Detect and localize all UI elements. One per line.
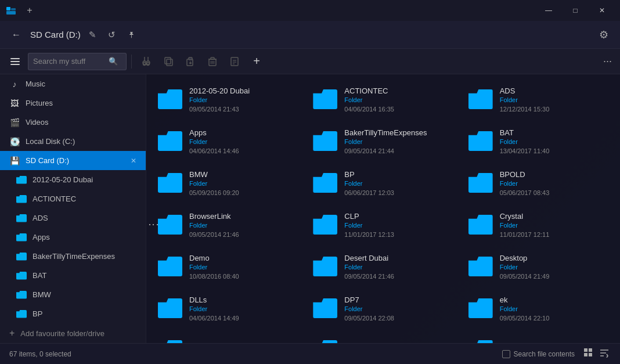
sidebar-item-actiontec[interactable]: ACTIONTEC — [0, 189, 146, 208]
grid-item-browserlink[interactable]: ⋮BrowserLinkFolder09/05/2014 21:46 — [151, 204, 305, 245]
grid-item-bakertillytimeexpenses[interactable]: BakerTillyTimeExpensesFolder09/05/2014 2… — [306, 121, 460, 161]
new-item-button[interactable]: + — [247, 52, 266, 71]
rename-button[interactable] — [225, 52, 244, 71]
grid-item-bpold[interactable]: BPOLDFolder05/06/2017 08:43 — [462, 163, 615, 203]
refresh-button[interactable]: ↺ — [104, 27, 119, 42]
svg-rect-0 — [6, 7, 10, 10]
grid-item-bmw[interactable]: BMWFolder05/09/2016 09:20 — [151, 163, 305, 203]
sidebar-item-apps[interactable]: Apps — [0, 228, 146, 247]
item-date: 05/09/2016 09:20 — [189, 189, 239, 196]
item-name: CLP — [344, 212, 394, 221]
sidebar-item-bmw[interactable]: BMW — [0, 285, 146, 304]
item-date: 09/05/2014 21:46 — [189, 231, 239, 238]
item-info: BPFolder06/06/2017 12:03 — [344, 170, 394, 196]
sort-button[interactable] — [598, 347, 611, 361]
sidebar-close-button[interactable]: ✕ — [131, 157, 136, 165]
grid-item-bat[interactable]: BATFolder13/04/2017 11:40 — [462, 121, 615, 161]
maximize-button[interactable]: □ — [562, 0, 589, 21]
sidebar-item-videos[interactable]: 🎬 Videos — [0, 113, 146, 132]
search-contents-checkbox[interactable]: Search file contents — [502, 350, 575, 358]
grid-item-ads[interactable]: ADSFolder12/12/2014 15:30 — [462, 79, 615, 120]
sidebar-item-bp[interactable]: BP — [0, 304, 146, 323]
item-info: BATFolder13/04/2017 11:40 — [500, 128, 550, 154]
cut-button[interactable] — [136, 52, 156, 71]
grid-item-desktop[interactable]: DesktopFolder09/05/2014 21:49 — [462, 246, 615, 287]
sidebar-item-2012[interactable]: 2012-05-20 Dubai — [0, 170, 146, 189]
sidebar-item-pictures[interactable]: 🖼 Pictures — [0, 93, 146, 113]
sidebar-item-baker[interactable]: BakerTillyTimeExpenses — [0, 247, 146, 266]
item-name: BMW — [189, 170, 239, 179]
grid-item-desert-dubai[interactable]: Desert DubaiFolder09/05/2014 21:46 — [306, 246, 460, 287]
sidebar-item-sd-card[interactable]: 💾 SD Card (D:) ✕ — [0, 151, 146, 170]
item-date: 12/12/2014 15:30 — [500, 106, 550, 113]
svg-rect-9 — [165, 57, 171, 64]
item-info: DP7Folder09/05/2014 22:08 — [344, 295, 394, 322]
grid-view-button[interactable] — [582, 347, 596, 361]
delete-button[interactable] — [203, 52, 222, 71]
music-icon: ♪ — [9, 80, 20, 89]
sidebar-item-bat[interactable]: BAT — [0, 266, 146, 285]
hamburger-button[interactable] — [5, 51, 26, 72]
item-type: Folder — [189, 222, 239, 229]
item-name: BAT — [500, 128, 550, 137]
sidebar-item-ads[interactable]: ADS — [0, 208, 146, 228]
settings-button[interactable]: ⚙ — [594, 26, 613, 44]
copy-button[interactable] — [158, 52, 178, 71]
item-date: 04/06/2014 16:35 — [344, 106, 394, 113]
grid-item-ek[interactable]: ekFolder09/05/2014 22:10 — [462, 288, 615, 329]
edit-path-button[interactable]: ✎ — [85, 27, 100, 42]
search-box[interactable]: 🔍 — [28, 53, 127, 70]
grid-item-clp[interactable]: CLPFolder11/01/2017 12:13 — [306, 204, 460, 245]
folder-icon — [158, 215, 182, 235]
item-info: DLLsFolder04/06/2014 14:49 — [189, 295, 239, 322]
grid-item-2012-05-20-dubai[interactable]: 2012-05-20 DubaiFolder09/05/2014 21:43 — [151, 79, 305, 120]
svg-rect-25 — [584, 348, 587, 352]
grid-item-actiontec[interactable]: ACTIONTECFolder04/06/2014 16:35 — [306, 79, 460, 120]
grid-item-dp7[interactable]: DP7Folder09/05/2014 22:08 — [306, 288, 460, 329]
minimize-button[interactable]: — — [535, 0, 562, 21]
svg-rect-27 — [584, 353, 587, 356]
add-favourite-button[interactable]: + Add favourite folder/drive — [0, 323, 146, 343]
pin-button[interactable]: 🖈 — [124, 27, 139, 42]
folder-icon — [313, 131, 337, 151]
back-button[interactable]: ← — [7, 27, 26, 42]
grid-item-dlls[interactable]: DLLsFolder04/06/2014 14:49 — [151, 288, 305, 329]
folder-icon — [313, 215, 337, 235]
grid-item-bp[interactable]: BPFolder06/06/2017 12:03 — [306, 163, 460, 203]
item-info: 2012-05-20 DubaiFolder09/05/2014 21:43 — [189, 87, 250, 113]
sidebar-label-videos: Videos — [26, 118, 49, 127]
grid-item-florida[interactable]: FloridaFolder — [306, 330, 460, 343]
item-type: Folder — [344, 138, 427, 145]
item-date: 09/05/2014 21:43 — [189, 106, 250, 113]
close-button[interactable]: ✕ — [589, 0, 615, 21]
sidebar-label-baker: BakerTillyTimeExpenses — [33, 252, 115, 261]
sidebar-item-local-disk[interactable]: 💽 Local Disk (C:) — [0, 132, 146, 151]
svg-rect-11 — [189, 57, 192, 60]
item-name: Desert Dubai — [344, 254, 394, 262]
folder-icon — [158, 298, 182, 318]
item-type: Folder — [500, 222, 550, 229]
grid-item-epcphase1[interactable]: EPCPhase1Folder — [151, 330, 305, 343]
svg-point-6 — [143, 62, 146, 65]
grid-item-demo[interactable]: DemoFolder10/08/2016 08:40 — [151, 246, 305, 287]
new-tab-button[interactable]: + — [22, 3, 37, 18]
sidebar-label-bmw: BMW — [33, 290, 51, 299]
sidebar-item-music[interactable]: ♪ Music — [0, 74, 146, 93]
more-options-button[interactable]: ··· — [600, 53, 615, 70]
grid-item-apps[interactable]: AppsFolder04/06/2014 14:46 — [151, 121, 305, 161]
paste-button[interactable] — [181, 52, 200, 71]
item-name: BPOLD — [500, 170, 550, 179]
item-date: 06/06/2017 12:03 — [344, 189, 394, 196]
item-date: 05/06/2017 08:43 — [500, 189, 550, 196]
search-contents-check[interactable] — [502, 350, 510, 358]
sidebar-label-apps: Apps — [33, 233, 50, 242]
videos-icon: 🎬 — [9, 118, 20, 127]
grid-item-crystal[interactable]: CrystalFolder11/01/2017 12:11 — [462, 204, 615, 245]
search-input[interactable] — [33, 57, 109, 66]
folder-grid: 2012-05-20 DubaiFolder09/05/2014 21:43AC… — [151, 79, 615, 343]
item-name: KIS2.0 — [500, 342, 522, 344]
grid-item-kis2.0[interactable]: KIS2.0Folder — [462, 330, 615, 343]
item-info: FloridaFolder — [344, 342, 367, 344]
item-name: BrowserLink — [189, 212, 239, 221]
svg-rect-28 — [589, 353, 592, 356]
